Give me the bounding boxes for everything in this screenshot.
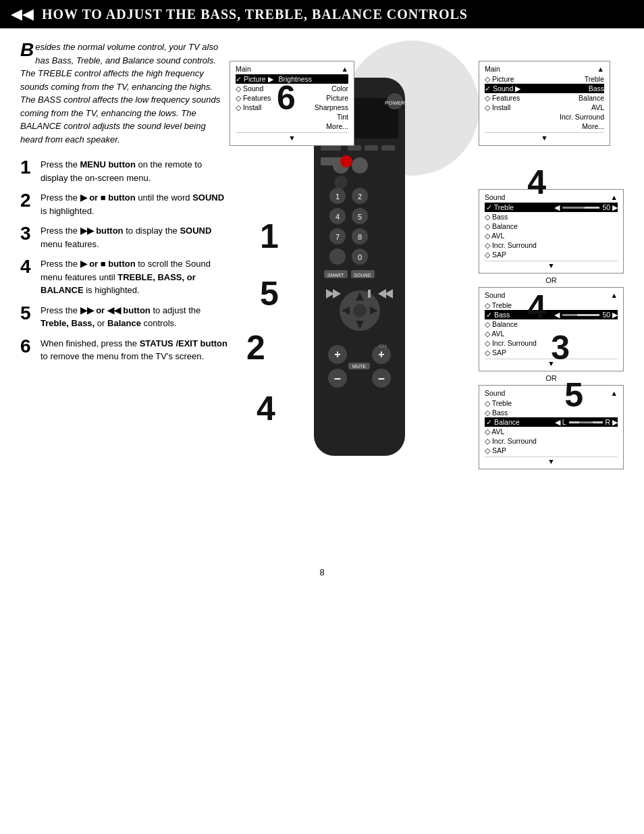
avl-3: ◇ AVL [485, 427, 504, 436]
step-label-2a: 2 [246, 331, 265, 365]
step-label-4b: 4 [527, 290, 546, 324]
svg-text:–: – [334, 371, 341, 385]
page-header: ◀◀ How to Adjust the Bass, Treble, Balan… [0, 0, 644, 28]
menu-install: ◇ Install [236, 103, 261, 111]
sound-title-1: Sound [485, 193, 505, 201]
bass-3: ◇ Bass [485, 409, 508, 417]
step-1: 1 Press the MENU button on the remote to… [20, 158, 230, 184]
menu2-down-arrow: ▼ [541, 134, 547, 142]
sound1-down: ▼ [547, 261, 554, 269]
svg-rect-9 [321, 157, 341, 165]
balance-2: ◇ Balance [485, 320, 518, 328]
svg-point-10 [340, 155, 352, 167]
svg-point-3 [352, 157, 368, 174]
svg-point-23 [329, 249, 346, 265]
menu2-install: ◇ Install [485, 103, 510, 111]
menu-main-arrow-up: ▲ [342, 65, 348, 73]
incr-surround-3: ◇ Incr. Surround [485, 437, 537, 445]
menu-picture: Picture [326, 94, 348, 102]
menu2-incr-surround: Incr. Surround [560, 113, 604, 121]
svg-text:MUTE: MUTE [352, 364, 366, 369]
dropcap: B [20, 41, 34, 59]
treble-selected: ✓ Treble [486, 203, 514, 211]
bass-slider: ◀50 ▶ [554, 311, 618, 319]
svg-text:+: + [334, 348, 340, 360]
menu2-bass: Bass [589, 84, 604, 93]
intro-paragraph: Besides the normal volume control, your … [20, 41, 230, 146]
menu2-balance: Balance [579, 94, 604, 102]
svg-text:4: 4 [336, 213, 340, 221]
menu-main-header: Main [236, 65, 251, 73]
treble-slider: ◀50 ▶ [554, 203, 618, 211]
sound-title-3: Sound [485, 389, 505, 397]
sound-title-2: Sound [485, 291, 505, 299]
menu2-features: ◇ Features [485, 94, 520, 102]
svg-text:1: 1 [336, 192, 340, 201]
or-1: OR [479, 273, 624, 287]
step-3: 3 Press the ▶▶ button to display the SOU… [20, 224, 230, 251]
svg-text:–: – [378, 371, 385, 385]
treble-2: ◇ Treble [485, 301, 512, 309]
step-4: 4 Press the ▶ or ■ button to scroll the … [20, 257, 230, 297]
or-2: OR [479, 371, 624, 385]
step-4-number: 4 [20, 257, 34, 276]
menu2-avl: AVL [591, 103, 604, 111]
balance-slider: ◀ LR ▶ [555, 418, 618, 426]
step-label-3: 3 [551, 331, 570, 365]
svg-rect-8 [381, 145, 395, 151]
svg-rect-7 [365, 145, 378, 151]
step-3-text: Press the ▶▶ button to display the SOUND… [41, 224, 230, 251]
menu-picture-selected: ✓ Picture ▶ [236, 75, 273, 83]
step-label-6: 6 [277, 81, 296, 115]
menu2-picture: ◇ Picture [485, 75, 514, 83]
svg-text:SMART: SMART [327, 273, 344, 278]
bass-1: ◇ Bass [485, 213, 508, 221]
svg-text:0: 0 [358, 253, 362, 261]
instructions-column: Besides the normal volume control, your … [20, 41, 230, 554]
incr-surround-1: ◇ Incr. Surround [485, 241, 537, 249]
avl-2: ◇ AVL [485, 330, 504, 338]
sap-2: ◇ SAP [485, 348, 506, 357]
step-1-number: 1 [20, 158, 34, 177]
svg-point-4 [334, 176, 348, 189]
intro-text: esides the normal volume control, your T… [20, 42, 220, 145]
svg-text:7: 7 [336, 233, 340, 241]
tv-screen-menu-main2: Main ▲ ◇ Picture Treble ✓ Sound ▶ Bass ◇… [479, 61, 610, 146]
balance-1: ◇ Balance [485, 222, 518, 230]
menu2-arrow-up: ▲ [597, 65, 604, 73]
menu2-treble: Treble [585, 75, 604, 83]
svg-rect-53 [368, 290, 371, 298]
incr-surround-2: ◇ Incr. Surround [485, 339, 537, 347]
step-5-text: Press the ▶▶ or ◀◀ button to adjust the … [41, 304, 230, 330]
svg-rect-5 [321, 145, 341, 151]
step-label-1: 1 [260, 219, 279, 253]
step-6-number: 6 [20, 337, 34, 356]
sound-arrow-up-1: ▲ [611, 193, 618, 201]
page-number-container: 8 [0, 567, 644, 577]
step-5-number: 5 [20, 304, 34, 323]
svg-text:CH: CH [379, 343, 387, 349]
menu-color: Color [331, 84, 348, 93]
menu-more1: More... [326, 122, 348, 130]
treble-3: ◇ Treble [485, 399, 512, 407]
svg-text:SOUND: SOUND [354, 273, 371, 278]
step-6-text: When finished, press the STATUS /EXIT bu… [41, 337, 230, 363]
page: ◀◀ How to Adjust the Bass, Treble, Balan… [0, 0, 644, 834]
header-icon: ◀◀ [11, 5, 34, 23]
step-label-4a: 4 [527, 165, 546, 199]
sound-arrow-up-3: ▲ [611, 389, 618, 397]
step-4-text: Press the ▶ or ■ button to scroll the So… [41, 257, 230, 297]
svg-text:8: 8 [358, 233, 362, 241]
menu2-main-header: Main [485, 65, 500, 73]
sap-3: ◇ SAP [485, 446, 506, 454]
sap-1: ◇ SAP [485, 251, 506, 259]
step-1-text: Press the MENU button on the remote to d… [41, 158, 230, 184]
step-2: 2 Press the ▶ or ■ button until the word… [20, 191, 230, 217]
menu-sound: ◇ Sound [236, 84, 263, 93]
svg-point-35 [353, 304, 367, 317]
menu2-sound-selected: ✓ Sound ▶ [485, 84, 520, 93]
step-3-number: 3 [20, 224, 34, 243]
svg-text:+: + [378, 348, 384, 360]
diagram-area: Main ▲ ✓ Picture ▶ Brightness ◇ Sound Co… [230, 41, 624, 554]
steps-list: 1 Press the MENU button on the remote to… [20, 158, 230, 363]
